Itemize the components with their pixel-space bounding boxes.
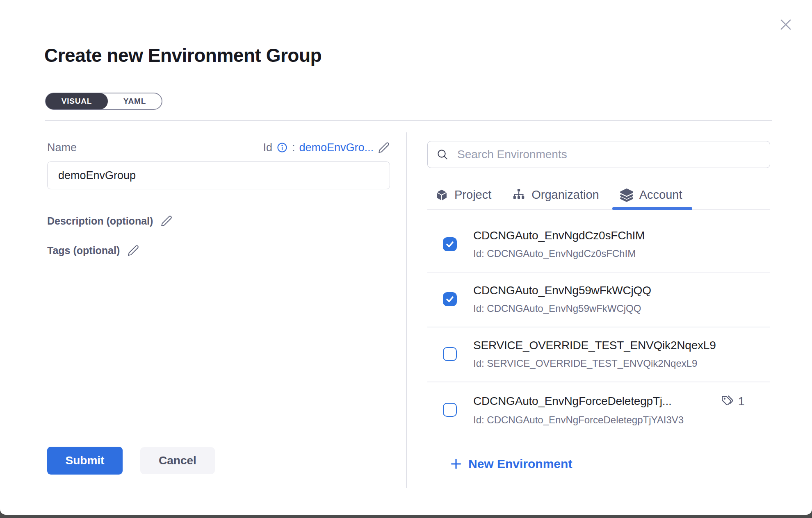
info-icon[interactable] (276, 142, 288, 153)
environment-id: Id: CDCNGAuto_EnvNgForceDeletegpTjYAI3V3 (473, 414, 770, 426)
scope-tabs: Project Organization (427, 180, 770, 210)
search-icon (436, 148, 449, 161)
name-label: Name (47, 141, 77, 154)
environment-checkbox[interactable] (443, 292, 457, 306)
environment-row[interactable]: CDCNGAuto_EnvNgForceDeletegpTj... 1 Id: … (427, 382, 770, 429)
description-label: Description (optional) (47, 215, 153, 227)
cube-icon (435, 188, 449, 202)
tab-account-label: Account (639, 188, 682, 202)
description-row: Description (optional) (47, 215, 173, 227)
tab-project[interactable]: Project (435, 180, 491, 209)
name-id-row: Name Id : demoEnvGro... (47, 139, 390, 157)
environment-text: CDCNGAuto_EnvNgdCz0sFChIM Id: CDCNGAuto_… (473, 229, 770, 259)
close-icon[interactable] (776, 15, 796, 34)
page-title: Create new Environment Group (44, 44, 322, 66)
environment-row[interactable]: CDCNGAuto_EnvNg59wFkWCjQQ Id: CDCNGAuto_… (427, 273, 770, 327)
environment-name: SERVICE_OVERRIDE_TEST_ENVQik2NqexL9 (473, 339, 716, 352)
tab-project-label: Project (454, 188, 491, 202)
tag-icon (720, 394, 735, 409)
id-separator: : (292, 141, 295, 154)
tags-label: Tags (optional) (47, 245, 120, 257)
tags-row: Tags (optional) (47, 244, 139, 257)
name-input[interactable] (47, 161, 390, 189)
environment-name: CDCNGAuto_EnvNgdCz0sFChIM (473, 229, 645, 242)
cancel-button[interactable]: Cancel (140, 447, 215, 474)
environment-name: CDCNGAuto_EnvNg59wFkWCjQQ (473, 284, 651, 297)
new-environment-button[interactable]: New Environment (449, 455, 572, 473)
id-group: Id : demoEnvGro... (263, 141, 390, 154)
edit-tags-pencil-icon[interactable] (127, 244, 139, 257)
environment-row[interactable]: SERVICE_OVERRIDE_TEST_ENVQik2NqexL9 Id: … (427, 327, 770, 382)
submit-button[interactable]: Submit (47, 447, 123, 475)
tab-organization-label: Organization (531, 188, 599, 202)
visual-yaml-toggle: VISUAL YAML (45, 93, 162, 110)
toggle-visual[interactable]: VISUAL (46, 93, 108, 109)
search-input[interactable] (457, 148, 762, 161)
id-value[interactable]: demoEnvGro... (299, 141, 374, 154)
environment-checkbox[interactable] (443, 237, 457, 251)
edit-description-pencil-icon[interactable] (160, 215, 173, 227)
header-divider (45, 120, 772, 121)
tab-organization[interactable]: Organization (512, 180, 599, 209)
environment-id: Id: SERVICE_OVERRIDE_TEST_ENVQik2NqexL9 (473, 358, 770, 369)
environment-search (427, 141, 770, 168)
layers-icon (620, 188, 634, 202)
environment-checkbox[interactable] (443, 403, 457, 417)
environment-id: Id: CDCNGAuto_EnvNg59wFkWCjQQ (473, 303, 770, 314)
org-chart-icon (512, 188, 526, 202)
environment-row[interactable]: CDCNGAuto_EnvNgdCz0sFChIM Id: CDCNGAuto_… (427, 211, 770, 273)
create-environment-group-modal: Create new Environment Group VISUAL YAML… (0, 0, 812, 515)
environment-text: CDCNGAuto_EnvNgForceDeletegpTj... 1 Id: … (473, 394, 770, 426)
tag-count-badge: 1 (720, 394, 745, 409)
environment-text: SERVICE_OVERRIDE_TEST_ENVQik2NqexL9 Id: … (473, 339, 770, 369)
tag-count: 1 (738, 395, 745, 408)
id-label: Id (263, 141, 272, 154)
environment-list: CDCNGAuto_EnvNgdCz0sFChIM Id: CDCNGAuto_… (427, 211, 770, 429)
new-environment-label: New Environment (468, 457, 572, 471)
environment-checkbox[interactable] (443, 347, 457, 361)
environment-name: CDCNGAuto_EnvNgForceDeletegpTj... (473, 395, 672, 408)
plus-icon (449, 457, 463, 470)
tab-account[interactable]: Account (620, 180, 682, 209)
toggle-yaml[interactable]: YAML (108, 93, 162, 109)
environment-id: Id: CDCNGAuto_EnvNgdCz0sFChIM (473, 248, 770, 259)
environment-text: CDCNGAuto_EnvNg59wFkWCjQQ Id: CDCNGAuto_… (473, 284, 770, 314)
edit-id-pencil-icon[interactable] (378, 141, 390, 154)
panel-divider (406, 132, 407, 488)
